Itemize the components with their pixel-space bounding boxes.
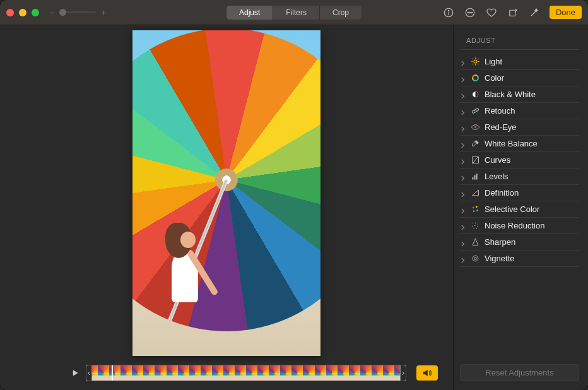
adjust-item-sharpen[interactable]: Sharpen [460, 234, 579, 251]
tab-crop[interactable]: Crop [320, 6, 362, 20]
film-frame [132, 365, 143, 381]
adjust-item-light[interactable]: Light [460, 54, 579, 70]
close-window-button[interactable] [6, 9, 14, 16]
zoom-slider[interactable]: − + [48, 8, 107, 18]
film-frame [280, 365, 291, 381]
minimize-window-button[interactable] [19, 9, 26, 16]
window-controls [6, 9, 39, 16]
svg-point-39 [476, 228, 477, 228]
film-frame [178, 365, 189, 381]
film-frame [291, 365, 303, 381]
film-frame [109, 365, 121, 381]
filmstrip[interactable]: ‹ › [86, 365, 406, 381]
toolbar-right: Done [442, 6, 582, 19]
zoom-window-button[interactable] [32, 9, 39, 16]
bandage-icon [471, 106, 480, 115]
adjust-item-definition[interactable]: Definition [460, 185, 579, 201]
adjust-item-selective-color[interactable]: Selective Color [460, 201, 579, 218]
chevron-right-icon [460, 190, 466, 196]
adjust-item-label: White Balance [485, 139, 538, 148]
svg-point-17 [473, 75, 478, 81]
adjust-item-noise-reduction[interactable]: Noise Reduction [460, 218, 579, 234]
zoom-track[interactable] [59, 11, 96, 13]
svg-point-35 [473, 226, 473, 227]
film-frame [349, 365, 360, 381]
film-frame [383, 365, 394, 381]
adjust-item-levels[interactable]: Levels [460, 168, 579, 185]
svg-rect-25 [473, 177, 474, 180]
svg-point-6 [471, 12, 473, 13]
film-frame [189, 365, 201, 381]
svg-line-14 [478, 64, 478, 64]
triangle-icon [471, 188, 480, 198]
film-frame [246, 365, 257, 381]
chevron-right-icon [460, 256, 466, 262]
play-button[interactable] [67, 365, 83, 381]
trim-handle-left[interactable]: ‹ [86, 365, 92, 381]
chevron-right-icon [460, 223, 466, 229]
film-frame [269, 365, 280, 381]
film-frame [235, 365, 246, 381]
adjust-item-color[interactable]: Color [460, 70, 579, 86]
film-frame [212, 365, 223, 381]
adjust-item-vignette[interactable]: Vignette [460, 251, 579, 267]
sidebar-header: ADJUST [460, 34, 579, 50]
hue-ring-icon [471, 73, 480, 83]
zoom-out-icon: − [48, 8, 56, 18]
svg-point-41 [474, 257, 477, 260]
levels-icon [471, 172, 480, 181]
trim-handle-right[interactable]: › [400, 365, 406, 381]
svg-point-21 [474, 110, 475, 111]
film-frame [223, 365, 235, 381]
adjust-item-label: Vignette [485, 254, 514, 263]
playhead[interactable] [112, 365, 113, 381]
svg-rect-27 [476, 174, 478, 179]
svg-rect-26 [474, 175, 476, 180]
tab-adjust[interactable]: Adjust [226, 6, 273, 20]
photo-preview[interactable] [132, 30, 320, 356]
zoom-thumb[interactable] [59, 9, 66, 16]
dropper-icon [471, 139, 480, 148]
zoom-in-icon: + [100, 8, 107, 18]
more-icon[interactable] [464, 6, 476, 19]
sun-icon [471, 57, 480, 66]
svg-line-13 [473, 59, 473, 59]
svg-point-28 [473, 207, 474, 209]
adjust-item-label: Sharpen [485, 237, 515, 247]
titlebar: − + Adjust Filters Crop [0, 0, 588, 25]
adjust-item-curves[interactable]: Curves [460, 152, 579, 168]
film-frame [201, 365, 212, 381]
favorite-icon[interactable] [485, 6, 498, 19]
svg-point-23 [474, 126, 476, 128]
svg-line-16 [478, 59, 478, 59]
film-frame [315, 365, 326, 381]
chevron-right-icon [460, 157, 466, 163]
svg-point-31 [473, 210, 475, 212]
adjust-item-retouch[interactable]: Retouch [460, 103, 579, 119]
adjust-item-label: Selective Color [485, 204, 539, 214]
tab-filters[interactable]: Filters [273, 6, 320, 20]
audio-button[interactable] [416, 365, 438, 381]
noise-icon [471, 221, 480, 230]
done-button[interactable]: Done [550, 6, 582, 19]
svg-point-29 [476, 206, 478, 208]
adjust-item-label: Retouch [485, 106, 515, 115]
timeline-strip: ‹ › [0, 365, 453, 381]
adjust-item-white-balance[interactable]: White Balance [460, 136, 579, 152]
auto-enhance-icon[interactable] [528, 6, 541, 19]
svg-rect-20 [472, 108, 479, 114]
editor-window: − + Adjust Filters Crop [0, 0, 588, 390]
reset-adjustments-button[interactable]: Reset Adjustments [460, 364, 579, 381]
chevron-right-icon [460, 75, 466, 81]
film-frame [167, 365, 178, 381]
adjustment-list: LightColorBlack & WhiteRetouchRed-EyeWhi… [460, 54, 579, 267]
chevron-right-icon [460, 141, 466, 147]
adjust-sidebar: ADJUST LightColorBlack & WhiteRetouchRed… [453, 25, 588, 390]
adjust-item-label: Levels [485, 172, 509, 181]
adjust-item-black-white[interactable]: Black & White [460, 86, 579, 103]
eye-icon [471, 122, 480, 132]
info-icon[interactable] [442, 6, 455, 19]
chevron-right-icon [460, 174, 466, 180]
adjust-item-red-eye[interactable]: Red-Eye [460, 119, 579, 136]
rotate-icon[interactable] [507, 6, 519, 19]
